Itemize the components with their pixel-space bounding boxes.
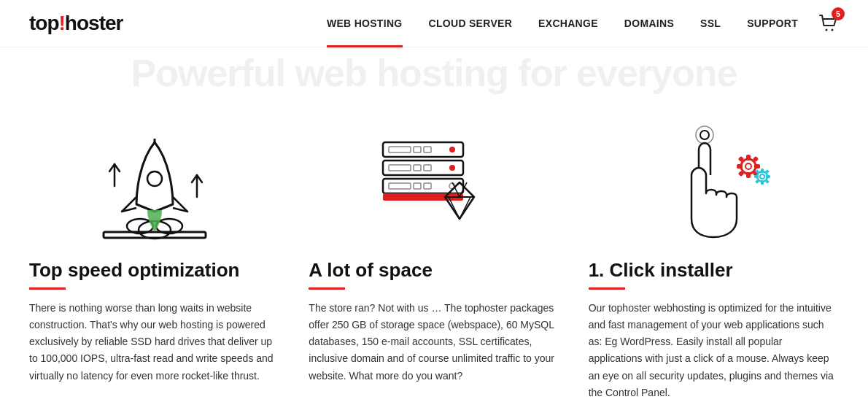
logo-text-rest: hoster — [65, 12, 123, 35]
nav-item-exchange[interactable]: EXCHANGE — [525, 0, 611, 47]
logo-exclamation: ! — [59, 12, 65, 35]
svg-rect-19 — [389, 183, 411, 189]
svg-point-0 — [826, 29, 828, 31]
svg-rect-21 — [424, 183, 431, 189]
nav-item-web-hosting[interactable]: WEB HOSTING — [314, 0, 416, 47]
svg-point-36 — [760, 174, 764, 179]
cart-badge: 5 — [832, 7, 845, 20]
svg-rect-9 — [389, 147, 411, 152]
speed-divider — [29, 287, 66, 290]
svg-rect-16 — [424, 165, 431, 171]
space-divider — [309, 287, 345, 290]
speed-text: There is nothing worse than long waits i… — [29, 300, 279, 384]
nav-item-domains[interactable]: DOMAINS — [611, 0, 687, 47]
svg-rect-11 — [424, 147, 431, 152]
space-text: The store ran? Not with us … The tophost… — [309, 300, 559, 384]
svg-rect-39 — [754, 175, 759, 178]
site-header: top!hoster WEB HOSTING CLOUD SERVER EXCH… — [0, 0, 868, 47]
installer-text: Our tophoster webhosting is optimized fo… — [589, 300, 839, 401]
feature-installer: 1. Click installer Our tophoster webhost… — [589, 120, 839, 401]
svg-point-8 — [449, 147, 455, 152]
nav-item-ssl[interactable]: SSL — [687, 0, 734, 47]
svg-rect-20 — [414, 183, 421, 189]
cart-button[interactable]: 5 — [818, 13, 839, 34]
svg-point-1 — [832, 29, 834, 31]
logo-text-main: top — [29, 12, 59, 35]
nav-item-support[interactable]: SUPPORT — [734, 0, 811, 47]
space-title: A lot of space — [309, 259, 559, 282]
installer-title: 1. Click installer — [589, 259, 839, 282]
svg-rect-27 — [746, 155, 751, 161]
installer-icon — [589, 120, 839, 252]
hero-bg-text: Powerful web hosting for everyone — [131, 51, 737, 95]
svg-point-25 — [741, 159, 756, 174]
svg-rect-14 — [389, 165, 411, 171]
svg-point-6 — [147, 171, 162, 186]
svg-rect-37 — [761, 169, 764, 173]
svg-point-23 — [700, 131, 709, 139]
svg-rect-29 — [737, 164, 743, 169]
svg-rect-38 — [761, 180, 764, 185]
svg-point-35 — [757, 171, 767, 182]
svg-rect-30 — [754, 164, 760, 169]
speed-icon — [29, 120, 279, 252]
hero-background: Powerful web hosting for everyone — [0, 47, 868, 106]
speed-title: Top speed optimization — [29, 259, 279, 282]
installer-divider — [589, 287, 625, 290]
svg-point-26 — [745, 163, 751, 169]
features-section: Top speed optimization There is nothing … — [0, 106, 868, 402]
site-logo[interactable]: top!hoster — [29, 12, 123, 35]
svg-rect-40 — [766, 175, 770, 178]
svg-point-13 — [449, 165, 455, 171]
main-nav: WEB HOSTING CLOUD SERVER EXCHANGE DOMAIN… — [314, 0, 839, 47]
svg-rect-2 — [104, 232, 206, 238]
svg-rect-15 — [414, 165, 421, 171]
space-icon — [309, 120, 559, 252]
svg-rect-10 — [414, 147, 421, 152]
svg-point-24 — [696, 126, 713, 144]
svg-rect-28 — [746, 172, 751, 178]
nav-item-cloud-server[interactable]: CLOUD SERVER — [416, 0, 526, 47]
feature-speed: Top speed optimization There is nothing … — [29, 120, 279, 401]
feature-space: A lot of space The store ran? Not with u… — [309, 120, 559, 401]
